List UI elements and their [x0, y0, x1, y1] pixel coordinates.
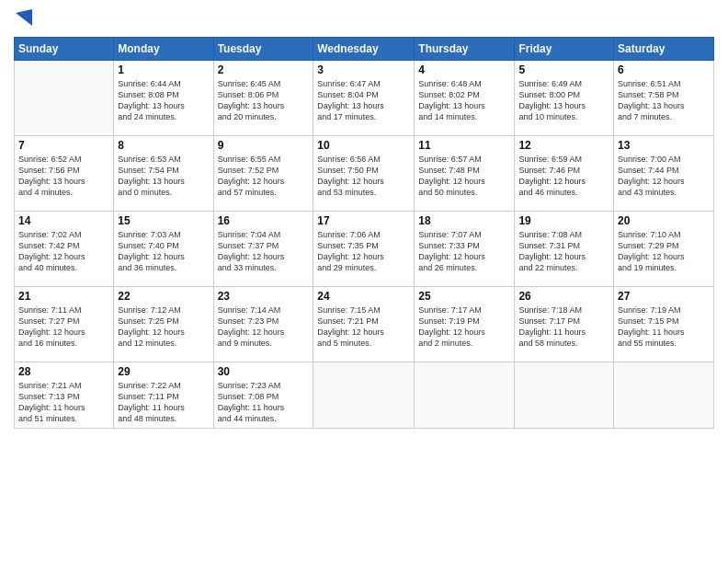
- cell-content: Sunrise: 7:18 AM Sunset: 7:17 PM Dayligh…: [518, 304, 609, 350]
- day-number: 21: [18, 290, 109, 303]
- col-header-saturday: Saturday: [614, 38, 714, 61]
- logo-triangle-icon: [16, 9, 32, 29]
- day-number: 19: [518, 214, 609, 227]
- day-number: 27: [618, 290, 710, 303]
- cell-content: Sunrise: 7:08 AM Sunset: 7:31 PM Dayligh…: [518, 229, 609, 274]
- calendar-cell: [515, 362, 614, 429]
- cell-content: Sunrise: 7:21 AM Sunset: 7:13 PM Dayligh…: [18, 380, 109, 425]
- calendar-cell: [313, 362, 415, 429]
- cell-content: Sunrise: 7:17 AM Sunset: 7:19 PM Dayligh…: [418, 304, 510, 350]
- calendar-cell: 20Sunrise: 7:10 AM Sunset: 7:29 PM Dayli…: [614, 212, 714, 287]
- day-number: 14: [18, 214, 109, 227]
- day-number: 24: [317, 290, 410, 303]
- calendar-cell: 5Sunrise: 6:49 AM Sunset: 8:00 PM Daylig…: [515, 61, 614, 136]
- cell-content: Sunrise: 7:06 AM Sunset: 7:35 PM Dayligh…: [317, 229, 410, 274]
- cell-content: Sunrise: 7:00 AM Sunset: 7:44 PM Dayligh…: [618, 154, 710, 199]
- calendar-cell: 3Sunrise: 6:47 AM Sunset: 8:04 PM Daylig…: [313, 61, 415, 136]
- calendar-cell: 7Sunrise: 6:52 AM Sunset: 7:56 PM Daylig…: [15, 136, 114, 212]
- calendar-cell: 10Sunrise: 6:56 AM Sunset: 7:50 PM Dayli…: [313, 136, 415, 212]
- day-number: 1: [118, 63, 209, 76]
- cell-content: Sunrise: 7:07 AM Sunset: 7:33 PM Dayligh…: [418, 229, 510, 274]
- day-number: 26: [518, 290, 609, 303]
- calendar-cell: 1Sunrise: 6:44 AM Sunset: 8:08 PM Daylig…: [114, 61, 213, 136]
- cell-content: Sunrise: 7:22 AM Sunset: 7:11 PM Dayligh…: [118, 380, 209, 425]
- calendar-cell: 25Sunrise: 7:17 AM Sunset: 7:19 PM Dayli…: [415, 287, 515, 362]
- cell-content: Sunrise: 7:23 AM Sunset: 7:08 PM Dayligh…: [218, 380, 310, 425]
- day-number: 20: [618, 214, 710, 227]
- day-number: 16: [218, 214, 310, 227]
- day-number: 7: [18, 139, 109, 152]
- cell-content: Sunrise: 6:57 AM Sunset: 7:48 PM Dayligh…: [418, 154, 510, 199]
- day-number: 25: [418, 290, 510, 303]
- calendar-cell: 30Sunrise: 7:23 AM Sunset: 7:08 PM Dayli…: [213, 362, 313, 429]
- cell-content: Sunrise: 6:44 AM Sunset: 8:08 PM Dayligh…: [118, 78, 209, 123]
- calendar-cell: 27Sunrise: 7:19 AM Sunset: 7:15 PM Dayli…: [614, 287, 714, 362]
- cell-content: Sunrise: 6:52 AM Sunset: 7:56 PM Dayligh…: [18, 154, 109, 199]
- svg-marker-0: [16, 9, 32, 26]
- day-number: 22: [118, 290, 209, 303]
- calendar-header-row: SundayMondayTuesdayWednesdayThursdayFrid…: [15, 38, 714, 61]
- day-number: 10: [317, 139, 410, 152]
- cell-content: Sunrise: 7:02 AM Sunset: 7:42 PM Dayligh…: [18, 229, 109, 274]
- day-number: 13: [618, 139, 710, 152]
- col-header-thursday: Thursday: [415, 38, 515, 61]
- calendar-week-row: 7Sunrise: 6:52 AM Sunset: 7:56 PM Daylig…: [15, 136, 714, 212]
- col-header-friday: Friday: [515, 38, 614, 61]
- cell-content: Sunrise: 6:49 AM Sunset: 8:00 PM Dayligh…: [518, 78, 609, 123]
- day-number: 17: [317, 214, 410, 227]
- cell-content: Sunrise: 6:45 AM Sunset: 8:06 PM Dayligh…: [218, 78, 310, 123]
- cell-content: Sunrise: 7:11 AM Sunset: 7:27 PM Dayligh…: [18, 304, 109, 350]
- cell-content: Sunrise: 6:47 AM Sunset: 8:04 PM Dayligh…: [317, 78, 410, 123]
- calendar-cell: [415, 362, 515, 429]
- calendar-cell: 2Sunrise: 6:45 AM Sunset: 8:06 PM Daylig…: [213, 61, 313, 136]
- calendar-week-row: 1Sunrise: 6:44 AM Sunset: 8:08 PM Daylig…: [15, 61, 714, 136]
- calendar-cell: 29Sunrise: 7:22 AM Sunset: 7:11 PM Dayli…: [114, 362, 213, 429]
- day-number: 11: [418, 139, 510, 152]
- col-header-monday: Monday: [114, 38, 213, 61]
- calendar-week-row: 21Sunrise: 7:11 AM Sunset: 7:27 PM Dayli…: [15, 287, 714, 362]
- cell-content: Sunrise: 6:51 AM Sunset: 7:58 PM Dayligh…: [618, 78, 710, 123]
- day-number: 5: [518, 63, 609, 76]
- day-number: 3: [317, 63, 410, 76]
- calendar-week-row: 14Sunrise: 7:02 AM Sunset: 7:42 PM Dayli…: [15, 212, 714, 287]
- cell-content: Sunrise: 6:53 AM Sunset: 7:54 PM Dayligh…: [118, 154, 209, 199]
- calendar-cell: 9Sunrise: 6:55 AM Sunset: 7:52 PM Daylig…: [213, 136, 313, 212]
- cell-content: Sunrise: 7:03 AM Sunset: 7:40 PM Dayligh…: [118, 229, 209, 274]
- calendar-cell: 21Sunrise: 7:11 AM Sunset: 7:27 PM Dayli…: [15, 287, 114, 362]
- day-number: 23: [218, 290, 310, 303]
- calendar-cell: 24Sunrise: 7:15 AM Sunset: 7:21 PM Dayli…: [313, 287, 415, 362]
- col-header-tuesday: Tuesday: [213, 38, 313, 61]
- calendar-cell: [614, 362, 714, 429]
- col-header-sunday: Sunday: [15, 38, 114, 61]
- calendar-cell: 13Sunrise: 7:00 AM Sunset: 7:44 PM Dayli…: [614, 136, 714, 212]
- day-number: 6: [618, 63, 710, 76]
- calendar-table: SundayMondayTuesdayWednesdayThursdayFrid…: [14, 37, 714, 429]
- calendar-week-row: 28Sunrise: 7:21 AM Sunset: 7:13 PM Dayli…: [15, 362, 714, 429]
- day-number: 4: [418, 63, 510, 76]
- calendar-cell: [15, 61, 114, 136]
- day-number: 18: [418, 214, 510, 227]
- calendar-cell: 14Sunrise: 7:02 AM Sunset: 7:42 PM Dayli…: [15, 212, 114, 287]
- cell-content: Sunrise: 6:55 AM Sunset: 7:52 PM Dayligh…: [218, 154, 310, 199]
- day-number: 30: [218, 365, 310, 378]
- cell-content: Sunrise: 6:48 AM Sunset: 8:02 PM Dayligh…: [418, 78, 510, 123]
- header: [14, 9, 714, 29]
- calendar-cell: 26Sunrise: 7:18 AM Sunset: 7:17 PM Dayli…: [515, 287, 614, 362]
- calendar-cell: 23Sunrise: 7:14 AM Sunset: 7:23 PM Dayli…: [213, 287, 313, 362]
- day-number: 15: [118, 214, 209, 227]
- calendar-cell: 15Sunrise: 7:03 AM Sunset: 7:40 PM Dayli…: [114, 212, 213, 287]
- cell-content: Sunrise: 6:59 AM Sunset: 7:46 PM Dayligh…: [518, 154, 609, 199]
- calendar-cell: 11Sunrise: 6:57 AM Sunset: 7:48 PM Dayli…: [415, 136, 515, 212]
- calendar-cell: 6Sunrise: 6:51 AM Sunset: 7:58 PM Daylig…: [614, 61, 714, 136]
- day-number: 9: [218, 139, 310, 152]
- calendar-cell: 28Sunrise: 7:21 AM Sunset: 7:13 PM Dayli…: [15, 362, 114, 429]
- calendar-cell: 8Sunrise: 6:53 AM Sunset: 7:54 PM Daylig…: [114, 136, 213, 212]
- cell-content: Sunrise: 7:19 AM Sunset: 7:15 PM Dayligh…: [618, 304, 710, 350]
- day-number: 12: [518, 139, 609, 152]
- logo: [14, 9, 32, 29]
- calendar-cell: 4Sunrise: 6:48 AM Sunset: 8:02 PM Daylig…: [415, 61, 515, 136]
- page: SundayMondayTuesdayWednesdayThursdayFrid…: [0, 0, 728, 563]
- calendar-cell: 12Sunrise: 6:59 AM Sunset: 7:46 PM Dayli…: [515, 136, 614, 212]
- cell-content: Sunrise: 7:04 AM Sunset: 7:37 PM Dayligh…: [218, 229, 310, 274]
- cell-content: Sunrise: 7:12 AM Sunset: 7:25 PM Dayligh…: [118, 304, 209, 350]
